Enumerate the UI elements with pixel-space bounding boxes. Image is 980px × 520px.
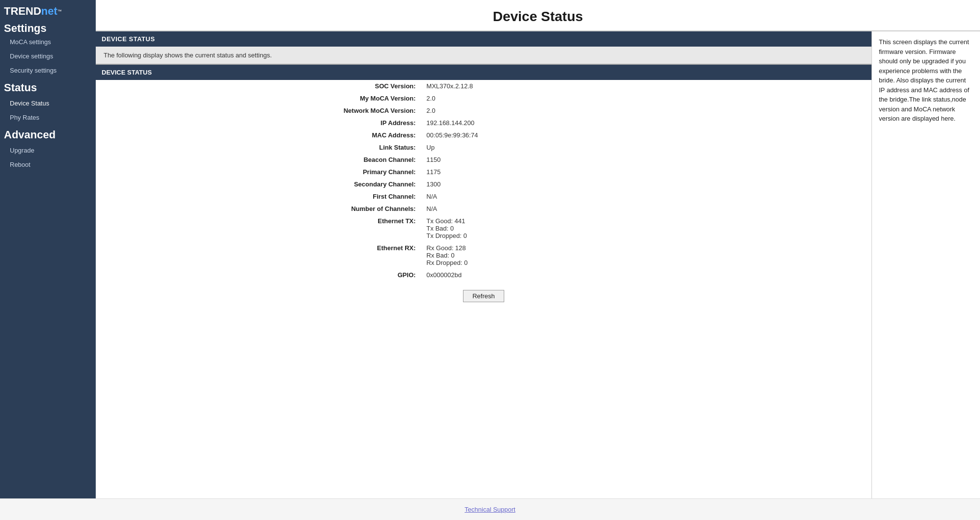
sidebar-item-upgrade[interactable]: Upgrade [0,143,96,157]
sidebar-item-moca-settings[interactable]: MoCA settings [0,35,96,49]
field-label: Primary Channel: [96,166,422,178]
table-row: My MoCA Version: 2.0 [96,92,871,104]
field-label: Number of Channels: [96,203,422,215]
table-row: SOC Version: MXL370x.2.12.8 [96,80,871,92]
tx-good: Tx Good: 441 [427,217,465,225]
sidebar: TRENDnet™ Settings MoCA settings Device … [0,0,96,498]
field-value: 0x000002bd [422,269,871,281]
table-row: Secondary Channel: 1300 [96,178,871,190]
sidebar-item-device-status[interactable]: Device Status [0,96,96,110]
status-section-heading: Status [0,78,96,96]
settings-section-heading: Settings [0,22,96,35]
technical-support-link[interactable]: Technical Support [464,506,515,513]
page-title: Device Status [96,0,980,31]
status-table: SOC Version: MXL370x.2.12.8 My MoCA Vers… [96,80,871,281]
content-area: DEVICE STATUS The following display show… [96,31,980,498]
field-value: MXL370x.2.12.8 [422,80,871,92]
top-section-header: DEVICE STATUS [96,31,871,47]
field-label: First Channel: [96,190,422,203]
logo-tm: ™ [57,9,62,14]
main-content: Device Status DEVICE STATUS The followin… [96,0,980,498]
footer: Technical Support [0,498,980,520]
logo-trend: TREND [4,5,41,18]
content-panel: DEVICE STATUS The following display show… [96,31,872,498]
tx-bad: Tx Bad: 0 [427,225,454,232]
section-description: The following display shows the current … [96,47,871,65]
field-value: 1175 [422,166,871,178]
table-row: Network MoCA Version: 2.0 [96,104,871,117]
status-table-container: DEVICE STATUS SOC Version: MXL370x.2.12.… [96,65,871,313]
table-row: Link Status: Up [96,141,871,154]
field-label: Secondary Channel: [96,178,422,190]
table-row: Primary Channel: 1175 [96,166,871,178]
table-row: Beacon Channel: 1150 [96,154,871,166]
field-value: 2.0 [422,104,871,117]
field-value: 192.168.144.200 [422,117,871,129]
field-value-ethernet-rx: Rx Good: 128 Rx Bad: 0 Rx Dropped: 0 [422,242,871,269]
field-label: Ethernet TX: [96,215,422,242]
sidebar-item-reboot[interactable]: Reboot [0,157,96,172]
field-value: N/A [422,190,871,203]
field-label: SOC Version: [96,80,422,92]
refresh-row: Refresh [96,281,871,313]
field-value: 1150 [422,154,871,166]
field-label: MAC Address: [96,129,422,141]
field-label: Ethernet RX: [96,242,422,269]
rx-good: Rx Good: 128 [427,244,466,252]
field-value: 1300 [422,178,871,190]
table-row: GPIO: 0x000002bd [96,269,871,281]
sidebar-item-device-settings[interactable]: Device settings [0,49,96,63]
table-row-ethernet-rx: Ethernet RX: Rx Good: 128 Rx Bad: 0 Rx D… [96,242,871,269]
table-row-ethernet-tx: Ethernet TX: Tx Good: 441 Tx Bad: 0 Tx D… [96,215,871,242]
table-row: Number of Channels: N/A [96,203,871,215]
refresh-button[interactable]: Refresh [463,290,504,302]
info-panel: This screen displays the current firmwar… [872,31,980,498]
logo-area: TRENDnet™ [0,0,96,21]
field-value: Up [422,141,871,154]
sidebar-item-phy-rates[interactable]: Phy Rates [0,110,96,125]
advanced-section-heading: Advanced [0,125,96,143]
status-section-header: DEVICE STATUS [96,65,871,80]
rx-bad: Rx Bad: 0 [427,252,455,259]
field-label: Network MoCA Version: [96,104,422,117]
field-label: GPIO: [96,269,422,281]
tx-dropped: Tx Dropped: 0 [427,232,467,239]
table-row: First Channel: N/A [96,190,871,203]
field-label: Beacon Channel: [96,154,422,166]
table-row: IP Address: 192.168.144.200 [96,117,871,129]
trendnet-logo: TRENDnet™ [4,5,90,18]
sidebar-item-security-settings[interactable]: Security settings [0,63,96,78]
field-label: My MoCA Version: [96,92,422,104]
field-value: 2.0 [422,92,871,104]
field-value-ethernet-tx: Tx Good: 441 Tx Bad: 0 Tx Dropped: 0 [422,215,871,242]
table-row: MAC Address: 00:05:9e:99:36:74 [96,129,871,141]
field-value: N/A [422,203,871,215]
field-value: 00:05:9e:99:36:74 [422,129,871,141]
field-label: Link Status: [96,141,422,154]
field-label: IP Address: [96,117,422,129]
rx-dropped: Rx Dropped: 0 [427,259,468,266]
logo-net: net [41,5,57,18]
